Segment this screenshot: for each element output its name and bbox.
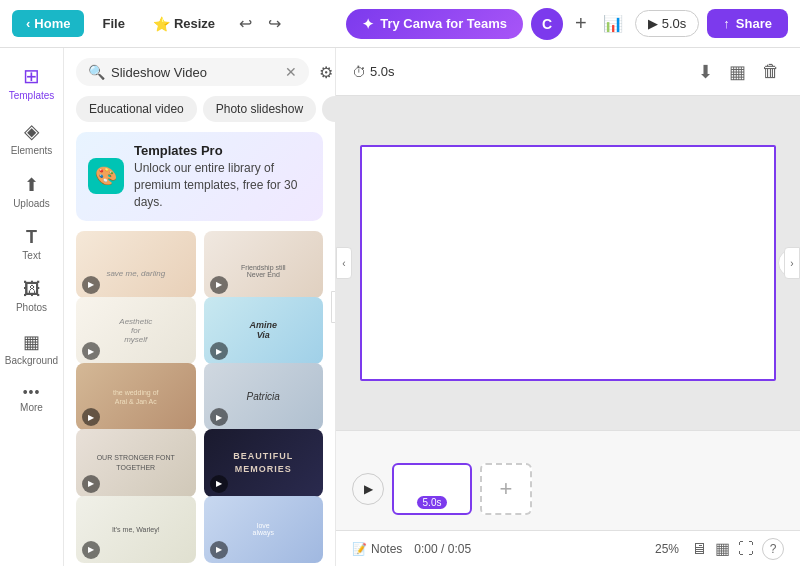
share-button[interactable]: ↑ Share xyxy=(707,9,788,38)
undo-button[interactable]: ↩ xyxy=(233,10,258,37)
add-button[interactable]: + xyxy=(571,8,591,39)
pro-text: Templates Pro Unlock our entire library … xyxy=(134,142,311,211)
notes-label: Notes xyxy=(371,542,402,556)
desktop-view-button[interactable]: 🖥 xyxy=(691,538,707,560)
uploads-label: Uploads xyxy=(13,198,50,209)
template-grid: save me, darling ▶ Friendship stillNever… xyxy=(64,231,335,566)
sidebar-item-uploads[interactable]: ⬆ Uploads xyxy=(4,166,60,217)
photos-icon: 🖼 xyxy=(23,279,41,300)
chip-photo-slideshow[interactable]: Photo slideshow xyxy=(203,96,316,122)
background-label: Background xyxy=(5,355,58,366)
notes-button[interactable]: 📝 Notes xyxy=(352,542,402,556)
sidebar-item-more[interactable]: ••• More xyxy=(4,376,60,421)
timeline-tracks: ▶ 5.0s + xyxy=(336,447,800,530)
clock-icon: ⏱ xyxy=(352,64,366,80)
status-bar: 📝 Notes 0:00 / 0:05 25% 🖥 ▦ ⛶ ? xyxy=(336,530,800,566)
trash-button[interactable]: 🗑 xyxy=(758,57,784,86)
card-inner: BEAUTIFULMEMORIES ▶ xyxy=(204,429,324,496)
zoom-level: 25% xyxy=(655,542,679,556)
top-nav: ‹ Home File ⭐ Resize ↩ ↪ ✦ Try Canva for… xyxy=(0,0,800,48)
photos-label: Photos xyxy=(16,302,47,313)
search-input[interactable] xyxy=(111,65,279,80)
search-clear-icon[interactable]: ✕ xyxy=(285,64,297,80)
canvas-duration: ⏱ 5.0s xyxy=(352,64,395,80)
duration-value: 5.0s xyxy=(662,16,687,31)
template-card[interactable]: the wedding ofAral & Jan Ac ▶ xyxy=(76,363,196,430)
sidebar-item-elements[interactable]: ◈ Elements xyxy=(4,111,60,164)
resize-label: Resize xyxy=(174,16,215,31)
search-input-wrap: 🔍 ✕ xyxy=(76,58,309,86)
card-inner: Patricia ▶ xyxy=(204,363,324,430)
chip-more[interactable]: B... xyxy=(322,96,335,122)
template-card[interactable]: AmineVia ▶ xyxy=(204,297,324,364)
toolbar-right: ⬇ ▦ 🗑 xyxy=(694,57,784,87)
template-card[interactable]: It's me, Warley! ▶ xyxy=(76,496,196,563)
play-icon: ▶ xyxy=(82,541,100,559)
notes-icon: 📝 xyxy=(352,542,367,556)
play-icon: ▶ xyxy=(82,475,100,493)
canvas-scroll-area[interactable]: ‹ ↻ › xyxy=(336,96,800,430)
left-panel: 🔍 ✕ ⚙ Educational video Photo slideshow … xyxy=(64,48,336,566)
timeline-add-button[interactable]: + xyxy=(480,463,532,515)
avatar-button[interactable]: C xyxy=(531,8,563,40)
grid-button[interactable]: ▦ xyxy=(725,57,750,87)
play-icon: ▶ xyxy=(210,342,228,360)
chart-button[interactable]: 📊 xyxy=(599,10,627,37)
sidebar-item-photos[interactable]: 🖼 Photos xyxy=(4,271,60,321)
template-card[interactable]: Friendship stillNever End ▶ xyxy=(204,231,324,298)
card-inner: OUR STRONGER FONTTOGETHER ▶ xyxy=(76,429,196,496)
download-button[interactable]: ⬇ xyxy=(694,57,717,87)
card-inner: lovealways ▶ xyxy=(204,496,324,563)
star-icon: ⭐ xyxy=(153,16,170,32)
template-card[interactable]: Patricia ▶ xyxy=(204,363,324,430)
template-card[interactable]: OUR STRONGER FONTTOGETHER ▶ xyxy=(76,429,196,496)
status-time: 0:00 / 0:05 xyxy=(414,542,471,556)
templates-icon: ⊞ xyxy=(23,64,40,88)
template-card[interactable]: save me, darling ▶ xyxy=(76,231,196,298)
star-icon: ✦ xyxy=(362,16,374,32)
home-button[interactable]: ‹ Home xyxy=(12,10,84,37)
background-icon: ▦ xyxy=(23,331,40,353)
templates-label: Templates xyxy=(9,90,55,101)
uploads-icon: ⬆ xyxy=(24,174,39,196)
card-inner: Aestheticformyself ▶ xyxy=(76,297,196,364)
timeline-play-button[interactable]: ▶ xyxy=(352,473,384,505)
template-card[interactable]: Aestheticformyself ▶ xyxy=(76,297,196,364)
scroll-left-button[interactable]: ‹ xyxy=(336,247,352,279)
elements-icon: ◈ xyxy=(24,119,39,143)
pro-description: Unlock our entire library of premium tem… xyxy=(134,161,297,209)
chevron-left-icon: ‹ xyxy=(26,16,30,31)
duration-button[interactable]: ▶ 5.0s xyxy=(635,10,700,37)
sidebar-item-templates[interactable]: ⊞ Templates xyxy=(4,56,60,109)
sidebar-item-background[interactable]: ▦ Background xyxy=(4,323,60,374)
text-label: Text xyxy=(22,250,40,261)
card-inner: AmineVia ▶ xyxy=(204,297,324,364)
share-icon: ↑ xyxy=(723,16,730,31)
status-icons: 🖥 ▦ ⛶ ? xyxy=(691,538,784,560)
timeline: ▶ 5.0s + xyxy=(336,430,800,530)
play-icon: ▶ xyxy=(82,342,100,360)
play-icon: ▶ xyxy=(210,541,228,559)
sidebar-item-text[interactable]: T Text xyxy=(4,219,60,269)
file-button[interactable]: File xyxy=(92,10,134,37)
canvas-frame: ↻ xyxy=(360,145,776,381)
fullscreen-button[interactable]: ⛶ xyxy=(738,538,754,560)
help-button[interactable]: ? xyxy=(762,538,784,560)
grid-view-button[interactable]: ▦ xyxy=(715,538,730,560)
play-icon: ▶ xyxy=(210,276,228,294)
filter-chips: Educational video Photo slideshow B... xyxy=(64,96,335,132)
more-label: More xyxy=(20,402,43,413)
chip-educational-video[interactable]: Educational video xyxy=(76,96,197,122)
search-filter-icon[interactable]: ⚙ xyxy=(319,63,333,82)
scroll-right-button[interactable]: › xyxy=(784,247,800,279)
redo-button[interactable]: ↪ xyxy=(262,10,287,37)
try-canva-button[interactable]: ✦ Try Canva for Teams xyxy=(346,9,523,39)
timeline-slide[interactable]: 5.0s xyxy=(392,463,472,515)
resize-button[interactable]: ⭐ Resize xyxy=(143,10,225,38)
main-layout: ⊞ Templates ◈ Elements ⬆ Uploads T Text … xyxy=(0,48,800,566)
pro-banner[interactable]: 🎨 Templates Pro Unlock our entire librar… xyxy=(76,132,323,221)
template-card[interactable]: lovealways ▶ xyxy=(204,496,324,563)
text-icon: T xyxy=(26,227,37,248)
play-icon: ▶ xyxy=(82,408,100,426)
template-card[interactable]: BEAUTIFULMEMORIES ▶ xyxy=(204,429,324,496)
